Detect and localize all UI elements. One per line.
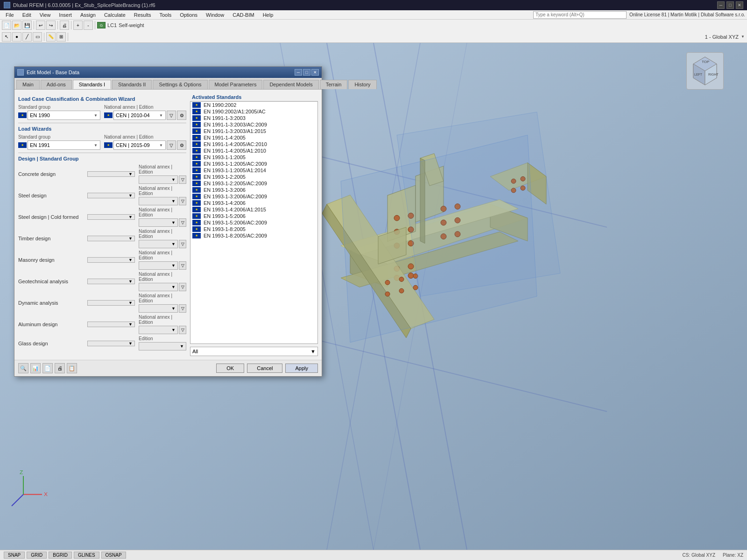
tb-undo[interactable]: ↩ (36, 21, 45, 30)
concrete-filter-btn[interactable]: ▽ (179, 175, 186, 184)
tb-save[interactable]: 💾 (22, 21, 32, 30)
menu-results[interactable]: Results (130, 11, 155, 19)
masonry-dropdown[interactable]: ▼ (87, 257, 135, 263)
dialog-maximize-button[interactable]: □ (303, 69, 310, 76)
tb-new[interactable]: 📄 (2, 21, 11, 30)
snap-button[interactable]: SNAP (4, 552, 25, 559)
menu-options[interactable]: Options (176, 11, 201, 19)
footer-print-btn[interactable]: 🖨 (55, 363, 65, 373)
tab-terrain[interactable]: Terrain (320, 80, 348, 89)
title-bar: Dlubal RFEM | 6.03.0005 | Ex_Stub_Splice… (0, 0, 747, 10)
tab-main[interactable]: Main (16, 80, 40, 89)
footer-search-btn[interactable]: 🔍 (18, 363, 28, 373)
tb-surface[interactable]: ▭ (33, 32, 42, 42)
aluminum-dropdown[interactable]: ▼ (87, 322, 135, 327)
bgrid-button[interactable]: BGRID (49, 552, 72, 559)
timber-na-dropdown[interactable]: ▼ (139, 240, 178, 248)
dialog-close-button[interactable]: ✕ (311, 69, 319, 76)
steel-cold-filter-btn[interactable]: ▽ (179, 218, 186, 227)
steel-standard-dropdown[interactable]: ▼ (87, 193, 135, 198)
masonry-na-dropdown[interactable]: ▼ (139, 261, 178, 270)
footer-report-btn[interactable]: 📋 (67, 363, 77, 373)
coord-system-selector: 1 - Global XYZ ▼ (705, 34, 745, 40)
dynamic-na-dropdown[interactable]: ▼ (139, 304, 178, 313)
tab-dependent[interactable]: Dependent Models (263, 80, 318, 89)
dialog-minimize-button[interactable]: ─ (295, 69, 302, 76)
ok-button[interactable]: OK (216, 364, 244, 373)
concrete-standard-dropdown[interactable]: ▼ (87, 171, 135, 177)
tab-bar: Main Add-ons Standards I Standards II Se… (14, 78, 322, 90)
minimize-button[interactable]: ─ (717, 1, 725, 9)
lc-edit-btn[interactable]: ⚙ (177, 111, 186, 120)
lc-filter-btn[interactable]: ▽ (167, 111, 176, 120)
menu-cadbim[interactable]: CAD-BIM (229, 11, 258, 19)
tb-open[interactable]: 📂 (12, 21, 21, 30)
dynamic-dropdown[interactable]: ▼ (87, 300, 135, 306)
menu-view[interactable]: View (36, 11, 55, 19)
std-text-12: EN 1993-1-2:2005/AC:2009 (204, 181, 267, 186)
menu-calculate[interactable]: Calculate (100, 11, 129, 19)
lw-edit-btn[interactable]: ⚙ (177, 140, 186, 150)
tb-line[interactable]: ╱ (22, 32, 32, 42)
cancel-button[interactable]: Cancel (247, 364, 282, 373)
tb-print[interactable]: 🖨 (60, 21, 69, 30)
menu-window[interactable]: Window (202, 11, 228, 19)
menu-help[interactable]: Help (259, 11, 277, 19)
footer-excel-btn[interactable]: 📊 (30, 363, 41, 373)
tb-measure[interactable]: 📏 (46, 32, 56, 42)
tb-select[interactable]: ↖ (2, 32, 11, 42)
load-wizards-form-row: Standard group ★ EN 1991 ▼ National anne… (18, 134, 186, 150)
tb-node[interactable]: ● (12, 32, 21, 42)
tb-grid[interactable]: ⊞ (56, 32, 66, 42)
footer-word-btn[interactable]: 📄 (42, 363, 53, 373)
geo-dropdown[interactable]: ▼ (87, 279, 135, 284)
lc-standard-dropdown[interactable]: EN 1990 ▼ (28, 111, 100, 120)
tb-zoom-in[interactable]: + (73, 21, 83, 30)
lc-annex-dropdown[interactable]: CEN | 2010-04 ▼ (113, 111, 166, 120)
tb-redo[interactable]: ↪ (46, 21, 56, 30)
glass-dropdown[interactable]: ▼ (87, 341, 135, 346)
tab-history[interactable]: History (348, 80, 376, 89)
glass-edition-dropdown[interactable]: ▼ (139, 342, 186, 350)
tab-standards1[interactable]: Standards I (73, 80, 111, 89)
glines-button[interactable]: GLINES (74, 552, 99, 559)
lc-annex-label: National annex | Edition (104, 105, 186, 110)
osnap-button[interactable]: OSNAP (101, 552, 126, 559)
steel-cold-na-dropdown[interactable]: ▼ (139, 218, 178, 227)
dynamic-filter-btn[interactable]: ▽ (179, 304, 186, 313)
lw-filter-btn[interactable]: ▽ (167, 140, 176, 150)
apply-button[interactable]: Apply (285, 364, 318, 373)
menu-edit[interactable]: Edit (19, 11, 35, 19)
aluminum-filter-btn[interactable]: ▽ (179, 326, 186, 334)
grid-button[interactable]: GRID (27, 552, 47, 559)
geo-filter-btn[interactable]: ▽ (179, 283, 186, 291)
close-button[interactable]: ✕ (736, 1, 743, 9)
filter-dropdown[interactable]: All ▼ (190, 347, 318, 356)
cs-dropdown-arrow[interactable]: ▼ (740, 35, 745, 39)
search-input[interactable] (533, 11, 627, 19)
tab-standards2[interactable]: Standards II (112, 80, 152, 89)
menu-assign[interactable]: Assign (77, 11, 99, 19)
tab-model-params[interactable]: Model Parameters (209, 80, 263, 89)
steel-cold-dropdown[interactable]: ▼ (87, 214, 135, 220)
aluminum-na-dropdown[interactable]: ▼ (139, 326, 178, 334)
steel-filter-btn[interactable]: ▽ (179, 197, 186, 205)
timber-filter-btn[interactable]: ▽ (179, 240, 186, 248)
concrete-na-dropdown[interactable]: ▼ (139, 175, 178, 184)
maximize-button[interactable]: □ (726, 1, 734, 9)
geo-na-dropdown[interactable]: ▼ (139, 283, 178, 291)
steel-na-dropdown[interactable]: ▼ (139, 197, 178, 205)
timber-dropdown[interactable]: ▼ (87, 236, 135, 241)
menu-file[interactable]: File (2, 11, 18, 19)
tab-settings[interactable]: Settings & Options (153, 80, 207, 89)
lw-standard-dropdown[interactable]: EN 1991 ▼ (28, 140, 100, 150)
tab-addons[interactable]: Add-ons (41, 80, 72, 89)
standards-list[interactable]: ★ EN 1990:2002 ★ EN 1990:2002/A1:2005/AC… (190, 101, 318, 344)
lw-annex-dropdown[interactable]: CEN | 2015-09 ▼ (113, 140, 166, 150)
masonry-filter-btn[interactable]: ▽ (179, 261, 186, 270)
std-text-18: EN 1993-1-5:2006/AC:2009 (204, 220, 267, 225)
geo-na-header: National annex | Edition (139, 272, 186, 282)
tb-zoom-out[interactable]: - (84, 21, 93, 30)
menu-tools[interactable]: Tools (155, 11, 175, 19)
menu-insert[interactable]: Insert (55, 11, 76, 19)
